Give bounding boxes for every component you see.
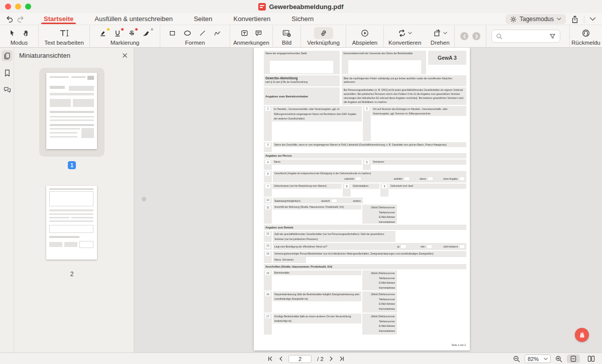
field5-input[interactable] xyxy=(371,165,466,170)
form-municipality-input[interactable] xyxy=(348,60,421,74)
document-title: Gewerbeabmeldung.pdf xyxy=(269,3,343,11)
page-number-input[interactable] xyxy=(288,355,312,363)
form-receiver-input[interactable] xyxy=(270,61,333,73)
field17-contact-input[interactable] xyxy=(398,314,466,335)
document-viewport[interactable]: Name der entgegennehmenden Stelle Gemein… xyxy=(134,48,602,352)
field8-input[interactable] xyxy=(351,189,379,197)
phone-label: Telefaxnummer xyxy=(364,297,395,302)
fullscreen-window-button[interactable] xyxy=(25,4,31,10)
tab-konvertieren[interactable]: Konvertieren xyxy=(223,13,281,25)
undo-button[interactable] xyxy=(4,14,15,24)
ai-assistant-button[interactable] xyxy=(575,328,589,342)
field11-input[interactable] xyxy=(273,210,361,224)
phone-label: E-Mail-Adresse xyxy=(364,215,395,220)
field2-input[interactable] xyxy=(371,116,466,141)
field14-input[interactable] xyxy=(307,257,466,263)
close-window-button[interactable] xyxy=(5,4,11,10)
freehand-shape-button[interactable] xyxy=(214,30,221,37)
field12-input[interactable] xyxy=(396,231,466,242)
field15-contact-input[interactable] xyxy=(398,271,466,291)
filter-funnel-icon[interactable] xyxy=(549,33,556,40)
rotate-button[interactable] xyxy=(433,29,441,37)
comment-annotation-button[interactable] xyxy=(255,30,262,37)
nav-back-button[interactable] xyxy=(460,32,468,40)
collapse-toolbar-button[interactable] xyxy=(589,17,596,21)
field-number: 12 xyxy=(265,232,270,236)
checkbox-divers[interactable] xyxy=(428,177,433,181)
field3-input[interactable] xyxy=(273,147,466,152)
zoom-out-button[interactable] xyxy=(513,355,520,362)
checkbox-nein[interactable] xyxy=(427,245,432,249)
pdf-app-icon xyxy=(258,3,266,11)
ellipse-shape-button[interactable] xyxy=(183,30,191,37)
insert-image-button[interactable] xyxy=(282,29,291,37)
next-page-button[interactable] xyxy=(329,356,334,361)
last-page-button[interactable] xyxy=(339,356,345,361)
tab-seiten[interactable]: Seiten xyxy=(183,13,223,25)
underline-button[interactable] xyxy=(114,30,121,37)
rectangle-shape-button[interactable] xyxy=(169,30,176,37)
field10-andere-input[interactable] xyxy=(364,198,466,204)
redo-button[interactable] xyxy=(15,14,26,24)
field4-input[interactable] xyxy=(272,165,362,170)
strikethrough-button[interactable] xyxy=(128,30,135,37)
pointer-mode-button[interactable] xyxy=(9,29,16,37)
rectangle-icon xyxy=(169,30,176,37)
line-shape-button[interactable] xyxy=(199,30,206,37)
search-box[interactable] xyxy=(491,30,560,43)
field9-input[interactable] xyxy=(389,189,466,197)
checkbox-nicht-bekannt[interactable] xyxy=(459,245,465,249)
zoom-level-dropdown[interactable]: 82% xyxy=(525,354,551,363)
link-button[interactable] xyxy=(314,27,333,39)
first-page-button[interactable] xyxy=(267,356,273,361)
field-number-strip: 7 xyxy=(264,184,272,197)
form-code-cell: GewA 3 xyxy=(428,51,466,74)
feedback-button[interactable] xyxy=(582,29,590,37)
traffic-lights xyxy=(5,4,31,10)
thumbnails-panel-button[interactable] xyxy=(2,50,13,61)
phone-label: Telefaxnummer xyxy=(364,210,395,215)
checkbox-maennlich[interactable] xyxy=(356,177,361,181)
checkbox-weiblich[interactable] xyxy=(404,177,410,181)
nav-forward-button[interactable] xyxy=(472,32,480,40)
underline-icon xyxy=(114,30,121,37)
hand-mode-button[interactable] xyxy=(23,29,30,37)
page-thumbnail-1[interactable] xyxy=(39,68,105,157)
checkbox-ohne-angabe[interactable] xyxy=(459,177,465,181)
checkbox-deutsch[interactable] xyxy=(331,199,337,203)
convert-button[interactable] xyxy=(398,29,406,37)
field1-input[interactable] xyxy=(272,122,362,141)
single-page-view-button[interactable] xyxy=(567,354,580,363)
panel-close-button[interactable] xyxy=(121,51,129,59)
previous-page-button[interactable] xyxy=(278,356,283,361)
comments-panel-button[interactable] xyxy=(2,84,13,95)
highlight-button[interactable] xyxy=(99,30,107,37)
minimize-window-button[interactable] xyxy=(15,4,21,10)
play-button[interactable] xyxy=(361,29,369,37)
zoom-in-button[interactable] xyxy=(555,355,562,362)
search-input[interactable] xyxy=(506,33,546,40)
bookmarks-panel-button[interactable] xyxy=(2,67,13,78)
pdf-page[interactable]: Name der entgegennehmenden Stelle Gemein… xyxy=(254,48,470,350)
field7-input[interactable] xyxy=(272,189,342,197)
field17-input[interactable] xyxy=(273,324,361,335)
field11-contact-input[interactable] xyxy=(398,205,466,224)
tab-startseite[interactable]: Startseite xyxy=(33,13,84,25)
edit-text-button[interactable] xyxy=(59,29,69,37)
theme-mode-dropdown[interactable]: Tagesmodus xyxy=(506,14,566,24)
group-label-modus: Modus xyxy=(0,40,38,46)
text-annotation-button[interactable] xyxy=(241,30,248,37)
field-number-strip: 16 xyxy=(264,292,272,313)
page-thumbnail-2[interactable] xyxy=(46,186,97,260)
marker-pen-button[interactable] xyxy=(142,30,151,37)
field-number-strip: 11 xyxy=(264,205,272,224)
field15-input[interactable] xyxy=(273,276,361,291)
panel-resize-handle[interactable] xyxy=(142,197,146,201)
share-button[interactable] xyxy=(571,15,579,24)
field16-contact-input[interactable] xyxy=(398,292,466,313)
field16-input[interactable] xyxy=(273,302,361,313)
two-page-view-button[interactable] xyxy=(584,354,598,363)
tab-ausfuellen-unterschreiben[interactable]: Ausfüllen & unterschreiben xyxy=(84,13,183,25)
checkbox-ja[interactable] xyxy=(401,245,407,249)
tab-sichern[interactable]: Sichern xyxy=(281,13,324,25)
